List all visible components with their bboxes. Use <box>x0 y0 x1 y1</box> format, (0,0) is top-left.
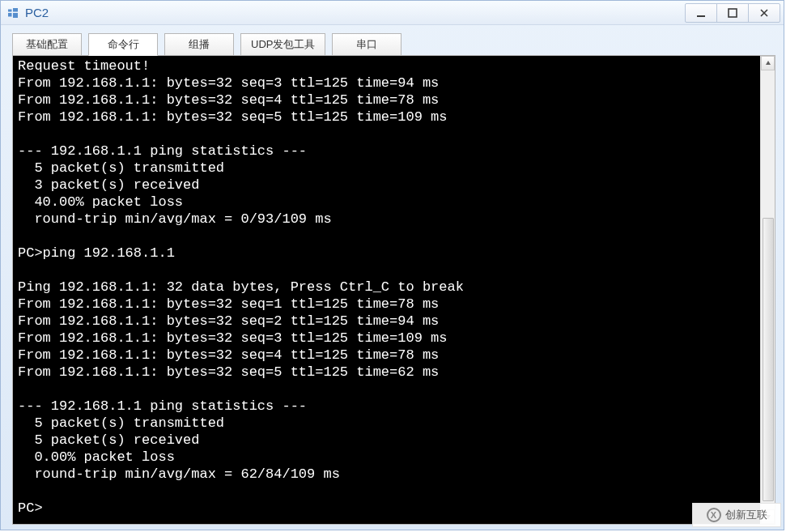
terminal-output[interactable]: Request timeout! From 192.168.1.1: bytes… <box>13 56 760 524</box>
terminal-panel: Request timeout! From 192.168.1.1: bytes… <box>12 55 775 525</box>
window-title: PC2 <box>25 6 686 19</box>
watermark: X 创新互联 <box>692 503 781 527</box>
tab-bar: 基础配置命令行组播UDP发包工具串口 <box>12 33 775 56</box>
app-window: PC2 基础配置命令行组播UDP发包工具串口 Request timeout! … <box>0 0 784 530</box>
close-button[interactable] <box>748 3 780 23</box>
tab-1[interactable]: 命令行 <box>88 33 158 56</box>
svg-rect-1 <box>729 9 737 17</box>
tab-label: UDP发包工具 <box>251 37 315 52</box>
tab-label: 命令行 <box>108 37 139 52</box>
maximize-button[interactable] <box>716 3 749 23</box>
scroll-thumb[interactable] <box>763 218 774 501</box>
watermark-text: 创新互联 <box>725 508 767 522</box>
tab-3[interactable]: UDP发包工具 <box>240 33 325 56</box>
window-controls <box>686 3 780 23</box>
tab-4[interactable]: 串口 <box>332 33 401 56</box>
minimize-button[interactable] <box>685 3 717 23</box>
tab-label: 串口 <box>356 37 377 52</box>
content-area: 基础配置命令行组播UDP发包工具串口 Request timeout! From… <box>1 25 784 530</box>
app-icon <box>6 6 20 20</box>
tab-0[interactable]: 基础配置 <box>12 33 82 56</box>
tab-label: 基础配置 <box>26 37 68 52</box>
scrollbar[interactable] <box>760 56 775 524</box>
tab-label: 组播 <box>189 37 210 52</box>
scroll-up-button[interactable] <box>761 56 775 70</box>
watermark-logo-icon: X <box>707 508 721 522</box>
svg-rect-0 <box>697 15 705 17</box>
tab-2[interactable]: 组播 <box>164 33 234 56</box>
titlebar[interactable]: PC2 <box>1 1 784 25</box>
